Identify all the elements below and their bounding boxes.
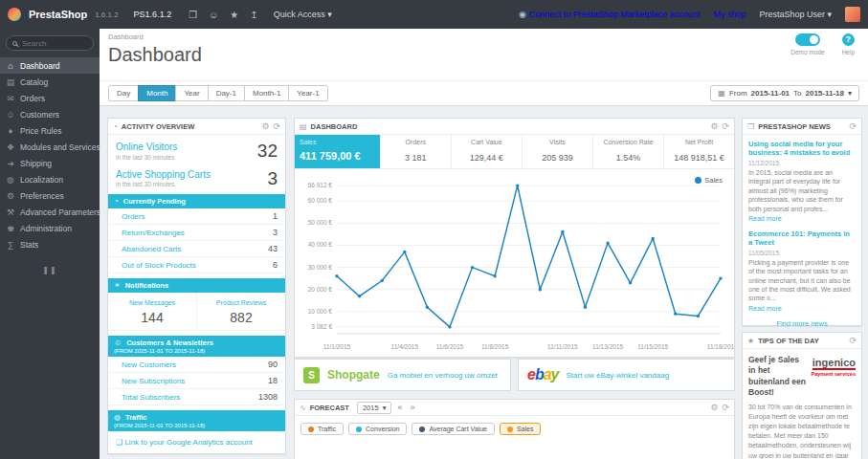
period-day-1-button[interactable]: Day-1 [208, 85, 245, 101]
chart-legend[interactable]: Sales [695, 176, 723, 185]
gear-icon[interactable]: ⚙ [710, 403, 718, 412]
page-header: Dashboard Dashboard Demo mode ? Help [100, 29, 868, 81]
forecast-prev-button[interactable]: « [395, 403, 404, 412]
sidebar-item-price-rules[interactable]: ♦Price Rules [0, 122, 100, 139]
breadcrumb[interactable]: Dashboard [108, 33, 144, 41]
online-visitors-link[interactable]: Online Visitors [116, 142, 177, 153]
period-month-1-button[interactable]: Month-1 [244, 85, 289, 101]
find-more-news-link[interactable]: Find more news [748, 319, 856, 328]
advanced-parameters-icon: ⚒ [6, 208, 15, 217]
period-month-button[interactable]: Month [138, 85, 176, 101]
favorites-icon[interactable]: ★ [230, 10, 238, 20]
sidebar-item-dashboard[interactable]: ⌂Dashboard [0, 57, 100, 74]
sidebar-item-orders[interactable]: ✉Orders [0, 90, 100, 106]
refresh-icon[interactable]: ⟳ [722, 403, 729, 412]
pending-returns-link[interactable]: Return/Exchanges [122, 229, 185, 237]
svg-text:11/18/201: 11/18/201 [707, 343, 734, 350]
sidebar-item-customers[interactable]: ☺Customers [0, 106, 100, 122]
catalog-icon: ▤ [6, 77, 15, 87]
forecast-toggle-average-cart-value[interactable]: Average Cart Value [412, 423, 494, 435]
kpi-net-profit[interactable]: Net Profit 148 918,51 € [664, 135, 734, 168]
customers-icon[interactable]: ☺ [209, 10, 218, 20]
forecast-toggle-label: Average Cart Value [429, 426, 486, 432]
period-day-button[interactable]: Day [108, 85, 139, 101]
quick-access-menu[interactable]: Quick Access ▾ [274, 10, 332, 19]
svg-text:20 000 €: 20 000 € [308, 286, 333, 293]
total-subscribers-link[interactable]: Total Subscribers [122, 393, 180, 402]
user-name-label: PrestaShop User [759, 10, 825, 19]
abandoned-carts-link[interactable]: Abandoned Carts [122, 245, 181, 253]
shipping-icon: ➔ [6, 159, 15, 168]
news-headline-link[interactable]: Using social media for your business: 4 … [748, 140, 856, 158]
refresh-icon[interactable]: ⟳ [849, 121, 857, 131]
shop-name-link[interactable]: PS1.6.1.2 [134, 10, 172, 19]
kpi-value: 129,44 € [456, 153, 517, 163]
sidebar-item-label: Dashboard [20, 61, 60, 71]
search-input[interactable] [22, 39, 85, 48]
refresh-icon[interactable]: ⟳ [849, 336, 857, 345]
help-control: ? Help [842, 33, 855, 55]
marketplace-connect-link[interactable]: ◉Connect to PrestaShop Marketplace accou… [519, 10, 700, 19]
gear-icon[interactable]: ⚙ [261, 121, 269, 131]
sidebar-item-localization[interactable]: ◍Localization [0, 171, 100, 187]
active-carts-link[interactable]: Active Shopping Carts [116, 169, 211, 181]
kpi-orders[interactable]: Orders 3 181 [381, 135, 452, 168]
kpi-visits[interactable]: Visits 205 939 [523, 135, 593, 168]
upload-icon[interactable]: ↥ [250, 10, 257, 20]
read-more-link[interactable]: Read more [748, 305, 782, 312]
forecast-year-select[interactable]: 2015 ▾ [357, 402, 391, 414]
page-title: Dashboard [108, 44, 202, 66]
new-messages-link[interactable]: New Messages [129, 299, 175, 306]
forecast-next-button[interactable]: » [408, 403, 416, 412]
refresh-icon[interactable]: ⟳ [273, 121, 280, 131]
sidebar-item-shipping[interactable]: ➔Shipping [0, 155, 100, 171]
user-menu[interactable]: PrestaShop User ▾ [759, 10, 832, 19]
forecast-toggle-conversion[interactable]: Conversion [348, 423, 407, 435]
my-shop-link[interactable]: My shop [713, 10, 746, 19]
new-customers-link[interactable]: New Customers [122, 361, 176, 369]
pending-orders-link[interactable]: Orders [122, 212, 145, 221]
sidebar-item-advanced-parameters[interactable]: ⚒Advanced Parameters [0, 204, 100, 220]
refresh-icon[interactable]: ⟳ [722, 121, 729, 131]
period-year-button[interactable]: Year [175, 85, 208, 101]
product-reviews-link[interactable]: Product Reviews [216, 299, 267, 306]
google-analytics-link[interactable]: ❏ Link to your Google Analytics account [108, 431, 285, 453]
ebay-promo-link[interactable]: Start uw eBay-winkel vandaag [567, 371, 670, 380]
kpi-cart-value[interactable]: Cart Value 129,44 € [452, 135, 523, 168]
cart-icon[interactable]: ❒ [189, 10, 197, 20]
demo-mode-toggle[interactable] [795, 33, 820, 46]
new-messages-cell[interactable]: New Messages 144 [108, 293, 197, 330]
forecast-toggle-traffic[interactable]: Traffic [300, 423, 344, 435]
average-cart-value-dot [419, 426, 425, 432]
date-range-picker[interactable]: ▦ From 2015-11-01 To 2015-11-18 ▾ [710, 85, 859, 101]
gear-icon[interactable]: ⚙ [710, 121, 718, 131]
chevron-down-icon: ▾ [383, 404, 387, 412]
kpi-value: 411 759,00 € [300, 150, 375, 162]
forecast-toggle-sales[interactable]: Sales [500, 423, 542, 435]
out-of-stock-link[interactable]: Out of Stock Products [122, 261, 196, 270]
kpi-conversion-rate[interactable]: Conversion Rate 1.54% [593, 135, 664, 168]
shopgate-icon: S [303, 367, 320, 383]
bell-icon: ✶ [114, 281, 121, 290]
sidebar-item-administration[interactable]: ♚Administration [0, 220, 100, 236]
product-reviews-cell[interactable]: Product Reviews 882 [197, 293, 285, 330]
news-excerpt: Picking a payment provider is one of the… [748, 258, 856, 303]
shopgate-promo-link[interactable]: Ga mobiel en verhoog uw omzet [388, 371, 498, 380]
forecast-legend: Traffic Conversion Average Cart Value Sa… [295, 416, 734, 442]
sidebar-item-modules[interactable]: ❖Modules and Services [0, 139, 100, 155]
new-subscriptions-link[interactable]: New Subscriptions [122, 377, 185, 385]
sidebar-collapse-button[interactable]: ❚❚ [0, 266, 100, 274]
tips-panel-icon: ★ [747, 337, 754, 345]
marketplace-icon: ◉ [519, 10, 526, 19]
help-icon[interactable]: ? [842, 33, 855, 46]
sidebar-item-stats[interactable]: ∑Stats [0, 236, 100, 252]
period-year-1-button[interactable]: Year-1 [288, 85, 327, 101]
avatar[interactable] [845, 7, 860, 22]
sidebar-item-label: Stats [20, 240, 38, 250]
sidebar-item-preferences[interactable]: ⚙Preferences [0, 187, 100, 204]
kpi-sales[interactable]: Sales 411 759,00 € [295, 135, 381, 168]
sidebar-item-catalog[interactable]: ▤Catalog [0, 74, 100, 90]
news-headline-link[interactable]: Ecommerce 101: Payments in a Tweet [748, 230, 856, 248]
sales-chart: 66 912 €60 000 €50 000 €40 000 €30 000 €… [295, 169, 734, 359]
read-more-link[interactable]: Read more [748, 215, 782, 222]
